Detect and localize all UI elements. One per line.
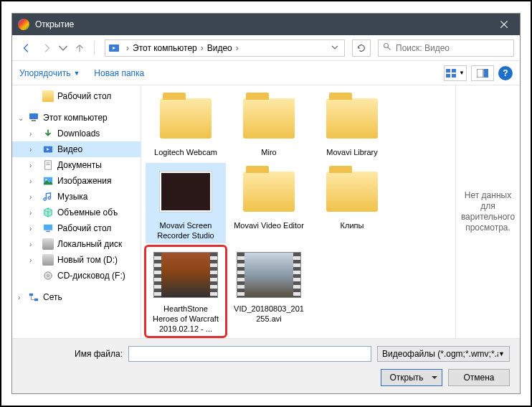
- view-mode-button[interactable]: ▼: [444, 65, 467, 81]
- expand-icon[interactable]: ›: [29, 130, 32, 138]
- disk-icon: [42, 254, 54, 266]
- folder-miro[interactable]: Miro: [229, 90, 309, 160]
- svg-rect-22: [29, 294, 33, 296]
- breadcrumb-current[interactable]: Видео: [206, 43, 234, 53]
- close-button[interactable]: [488, 14, 520, 35]
- preview-empty-text: Нет данных для варительного просмотра.: [461, 190, 515, 233]
- preview-pane-button[interactable]: [471, 65, 494, 81]
- sidebar-item-desktop-2[interactable]: ›Рабочий стол: [12, 220, 141, 236]
- folder-movavi-video-editor[interactable]: Movavi Video Editor: [229, 163, 309, 243]
- svg-rect-7: [477, 69, 483, 78]
- disk-icon: [42, 238, 54, 250]
- chrome-icon: [18, 19, 29, 30]
- file-list[interactable]: Logitech Webcam Miro Movavi Library Mova…: [141, 85, 455, 338]
- forward-button[interactable]: [38, 39, 55, 57]
- window-title: Открытие: [35, 19, 488, 29]
- folder-icon: [326, 98, 378, 139]
- expand-icon[interactable]: ›: [29, 177, 32, 185]
- filename-label: Имя файла:: [22, 349, 123, 359]
- chevron-down-icon: ▼: [498, 350, 505, 357]
- footer: Имя файла: Видеофайлы (*.ogm;*.wmv;*.a ▼…: [12, 338, 520, 393]
- expand-icon[interactable]: ›: [29, 209, 32, 217]
- svg-rect-14: [46, 163, 49, 164]
- svg-rect-19: [46, 231, 49, 233]
- expand-icon[interactable]: ›: [29, 256, 32, 264]
- video-thumbnail: [153, 252, 218, 298]
- folder-movavi-library[interactable]: Movavi Library: [312, 90, 392, 160]
- svg-rect-4: [452, 69, 456, 72]
- sidebar-item-video[interactable]: ›Видео: [12, 141, 141, 157]
- sidebar-item-pictures[interactable]: ›Изображения: [12, 173, 141, 189]
- chevron-down-icon: ▼: [73, 70, 80, 77]
- pictures-icon: [42, 175, 54, 187]
- cancel-button[interactable]: Отмена: [448, 369, 510, 386]
- sidebar-item-network[interactable]: ›Сеть: [12, 289, 141, 305]
- sidebar-item-music[interactable]: ›Музыка: [12, 189, 141, 205]
- help-button[interactable]: ?: [498, 66, 513, 80]
- cube-icon: [42, 207, 54, 218]
- folder-icon: [243, 98, 295, 139]
- search-box[interactable]: [378, 39, 514, 57]
- chevron-right-icon: ›: [234, 43, 241, 53]
- preview-pane: Нет данных для варительного просмотра.: [455, 85, 520, 338]
- breadcrumb-root[interactable]: Этот компьютер: [131, 43, 199, 53]
- music-icon: [42, 191, 54, 202]
- folder-movavi-screen-recorder[interactable]: Movavi Screen Recorder Studio: [146, 163, 226, 243]
- collapse-icon[interactable]: ⌄: [18, 114, 24, 122]
- folder-icon: [42, 90, 54, 102]
- folder-icon: [160, 98, 212, 139]
- expand-icon[interactable]: ›: [29, 225, 32, 233]
- expand-icon[interactable]: ›: [18, 294, 20, 301]
- svg-rect-9: [29, 113, 38, 119]
- expand-icon[interactable]: ›: [29, 240, 32, 248]
- address-dropdown[interactable]: [327, 43, 343, 53]
- network-icon: [28, 291, 39, 303]
- filename-input[interactable]: [128, 346, 371, 362]
- svg-rect-15: [46, 164, 49, 165]
- address-bar[interactable]: › Этот компьютер › Видео ›: [105, 39, 345, 57]
- navigation-tree[interactable]: Рабочий стол ⌄Этот компьютер ›Downloads …: [12, 85, 141, 338]
- svg-point-21: [47, 275, 49, 277]
- body: Рабочий стол ⌄Этот компьютер ›Downloads …: [12, 85, 520, 338]
- sidebar-item-local-disk[interactable]: ›Локальный диск: [12, 236, 141, 252]
- desktop-icon: [42, 223, 54, 234]
- svg-point-2: [384, 44, 389, 48]
- folder-icon: [243, 172, 295, 212]
- search-icon: [383, 42, 391, 53]
- svg-rect-10: [32, 120, 36, 121]
- new-folder-button[interactable]: Новая папка: [94, 68, 144, 78]
- pc-icon: [28, 112, 39, 123]
- folder-logitech-webcam[interactable]: Logitech Webcam: [146, 90, 226, 160]
- search-input[interactable]: [396, 43, 509, 53]
- sidebar-item-desktop[interactable]: Рабочий стол: [12, 88, 141, 104]
- expand-icon[interactable]: ›: [29, 146, 32, 154]
- navigation-bar: › Этот компьютер › Видео ›: [12, 35, 520, 61]
- svg-rect-23: [34, 299, 38, 301]
- sidebar-item-new-volume[interactable]: ›Новый том (D:): [12, 252, 141, 268]
- back-button[interactable]: [18, 39, 35, 57]
- expand-icon[interactable]: ›: [29, 162, 32, 169]
- recent-dropdown[interactable]: [58, 39, 68, 57]
- video-vid-20180803[interactable]: VID_20180803_201255.avi: [229, 246, 309, 337]
- video-icon: [42, 144, 54, 155]
- expand-icon[interactable]: ›: [29, 193, 32, 201]
- sidebar-item-cd-drive[interactable]: CD-дисковод (F:): [12, 268, 141, 284]
- folder-clips[interactable]: Клипы: [312, 163, 392, 243]
- sidebar-item-3d-objects[interactable]: ›Объемные объ: [12, 205, 141, 220]
- sidebar-item-this-pc[interactable]: ⌄Этот компьютер: [12, 110, 141, 126]
- refresh-button[interactable]: [352, 39, 371, 57]
- up-button[interactable]: [71, 39, 88, 57]
- organize-menu[interactable]: Упорядочить▼: [19, 68, 80, 78]
- close-icon: [500, 21, 508, 28]
- cd-icon: [42, 270, 54, 281]
- video-library-icon: [107, 41, 121, 55]
- sidebar-item-downloads[interactable]: ›Downloads: [12, 126, 141, 141]
- chevron-right-icon: ›: [124, 43, 131, 53]
- video-hearthstone[interactable]: HearthStone Heroes of Warcraft 2019.02.1…: [146, 246, 226, 337]
- open-button[interactable]: Открыть: [381, 369, 442, 386]
- toolbar: Упорядочить▼ Новая папка ▼ ?: [12, 61, 520, 85]
- filetype-dropdown[interactable]: Видеофайлы (*.ogm;*.wmv;*.a ▼: [377, 346, 510, 362]
- sidebar-item-documents[interactable]: ›Документы: [12, 157, 141, 173]
- svg-rect-6: [452, 74, 456, 78]
- folder-preview-icon: [160, 172, 212, 212]
